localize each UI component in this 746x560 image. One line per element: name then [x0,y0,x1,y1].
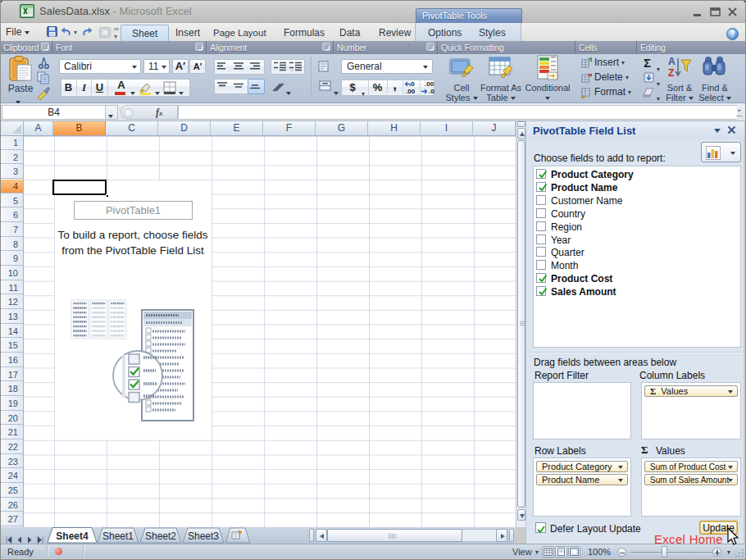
svg-text:Sheet1: Sheet1 [102,530,134,542]
svg-text:Sheet4: Sheet4 [56,530,89,542]
svg-text:Sheet2: Sheet2 [145,530,176,542]
svg-text:Z: Z [668,67,674,79]
svg-text:A: A [668,56,675,67]
svg-text:Sheet3: Sheet3 [188,530,219,542]
